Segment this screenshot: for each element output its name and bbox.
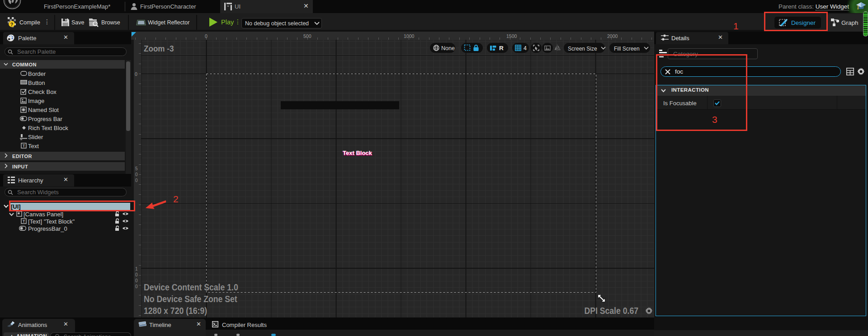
- svg-text:T: T: [23, 219, 25, 224]
- svg-text:?: ?: [10, 22, 13, 27]
- svg-text:T: T: [23, 144, 25, 148]
